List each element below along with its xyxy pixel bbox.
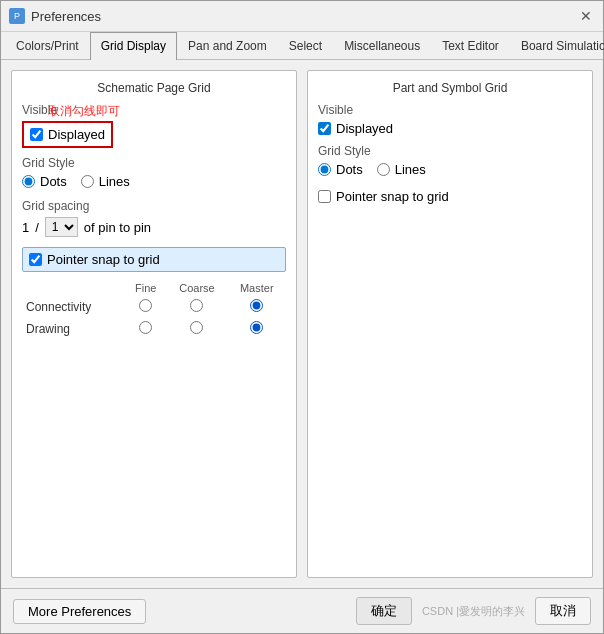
drawing-row: Drawing bbox=[22, 318, 286, 340]
part-displayed-label: Displayed bbox=[336, 121, 393, 136]
spacing-slash: / bbox=[35, 220, 39, 235]
schematic-dots-radio-row: Dots bbox=[22, 174, 67, 189]
drawing-row-label: Drawing bbox=[22, 318, 125, 340]
part-panel-title: Part and Symbol Grid bbox=[318, 81, 582, 95]
draw-fine-radio[interactable] bbox=[139, 321, 152, 334]
schematic-grid-panel: Schematic Page Grid Visible 取消勾线即可 Displ… bbox=[11, 70, 297, 578]
conn-header-fine: Fine bbox=[125, 280, 166, 296]
cancel-button[interactable]: 取消 bbox=[535, 597, 591, 625]
title-bar-left: P Preferences bbox=[9, 8, 101, 24]
watermark-text: CSDN |愛发明的李兴 bbox=[422, 604, 525, 619]
schematic-pointer-snap-label: Pointer snap to grid bbox=[47, 252, 160, 267]
schematic-grid-spacing-row: 1 / 1 2 4 of pin to pin bbox=[22, 217, 286, 237]
part-symbol-grid-panel: Part and Symbol Grid Visible Displayed G… bbox=[307, 70, 593, 578]
schematic-panel-title: Schematic Page Grid bbox=[22, 81, 286, 95]
connectivity-row: Connectivity bbox=[22, 296, 286, 318]
schematic-pointer-snap-checkbox[interactable] bbox=[29, 253, 42, 266]
part-pointer-snap-row: Pointer snap to grid bbox=[318, 189, 582, 204]
footer-left: More Preferences bbox=[13, 599, 146, 624]
schematic-grid-spacing-label: Grid spacing bbox=[22, 199, 286, 213]
ok-button[interactable]: 确定 bbox=[356, 597, 412, 625]
conn-header-coarse: Coarse bbox=[166, 280, 227, 296]
part-pointer-snap-label: Pointer snap to grid bbox=[336, 189, 449, 204]
part-grid-style-row: Dots Lines bbox=[318, 162, 582, 177]
tab-grid-display[interactable]: Grid Display bbox=[90, 32, 177, 60]
preferences-window: P Preferences ✕ Colors/Print Grid Displa… bbox=[0, 0, 604, 634]
more-preferences-button[interactable]: More Preferences bbox=[13, 599, 146, 624]
window-title: Preferences bbox=[31, 9, 101, 24]
displayed-checkbox-highlighted: Displayed bbox=[22, 121, 113, 148]
connectivity-row-label: Connectivity bbox=[22, 296, 125, 318]
part-grid-style-label: Grid Style bbox=[318, 144, 582, 158]
part-dots-radio[interactable] bbox=[318, 163, 331, 176]
schematic-lines-radio-row: Lines bbox=[81, 174, 130, 189]
schematic-dots-label: Dots bbox=[40, 174, 67, 189]
part-pointer-snap-checkbox[interactable] bbox=[318, 190, 331, 203]
draw-master-radio[interactable] bbox=[250, 321, 263, 334]
part-dots-label: Dots bbox=[336, 162, 363, 177]
schematic-displayed-checkbox[interactable] bbox=[30, 128, 43, 141]
tab-misc[interactable]: Miscellaneous bbox=[333, 32, 431, 59]
schematic-lines-radio[interactable] bbox=[81, 175, 94, 188]
schematic-pointer-snap-row: Pointer snap to grid bbox=[22, 247, 286, 272]
draw-coarse-radio[interactable] bbox=[190, 321, 203, 334]
footer-right: 确定 CSDN |愛发明的李兴 取消 bbox=[356, 597, 591, 625]
part-lines-label: Lines bbox=[395, 162, 426, 177]
close-button[interactable]: ✕ bbox=[577, 7, 595, 25]
conn-fine-radio[interactable] bbox=[139, 299, 152, 312]
part-dots-radio-row: Dots bbox=[318, 162, 363, 177]
conn-coarse-radio[interactable] bbox=[190, 299, 203, 312]
schematic-dots-radio[interactable] bbox=[22, 175, 35, 188]
spacing-denominator-select[interactable]: 1 2 4 bbox=[45, 217, 78, 237]
app-icon: P bbox=[9, 8, 25, 24]
part-lines-radio-row: Lines bbox=[377, 162, 426, 177]
tab-text-editor[interactable]: Text Editor bbox=[431, 32, 510, 59]
conn-header-empty bbox=[22, 280, 125, 296]
tab-bar: Colors/Print Grid Display Pan and Zoom S… bbox=[1, 32, 603, 60]
schematic-grid-style-label: Grid Style bbox=[22, 156, 286, 170]
schematic-grid-style-row: Dots Lines bbox=[22, 174, 286, 189]
tab-colors-print[interactable]: Colors/Print bbox=[5, 32, 90, 59]
conn-master-radio[interactable] bbox=[250, 299, 263, 312]
annotation-text: 取消勾线即可 bbox=[48, 103, 120, 120]
conn-header-master: Master bbox=[227, 280, 286, 296]
tab-board[interactable]: Board Simulation bbox=[510, 32, 604, 59]
part-visible-label: Visible bbox=[318, 103, 582, 117]
spacing-of-pin-label: of pin to pin bbox=[84, 220, 151, 235]
title-bar: P Preferences ✕ bbox=[1, 1, 603, 32]
connectivity-table: Fine Coarse Master Connectivity Drawing bbox=[22, 280, 286, 340]
main-content: Schematic Page Grid Visible 取消勾线即可 Displ… bbox=[1, 60, 603, 588]
schematic-lines-label: Lines bbox=[99, 174, 130, 189]
tab-select[interactable]: Select bbox=[278, 32, 333, 59]
spacing-numerator: 1 bbox=[22, 220, 29, 235]
part-displayed-checkbox[interactable] bbox=[318, 122, 331, 135]
schematic-displayed-label: Displayed bbox=[48, 127, 105, 142]
part-lines-radio[interactable] bbox=[377, 163, 390, 176]
part-displayed-row: Displayed bbox=[318, 121, 582, 136]
footer: More Preferences 确定 CSDN |愛发明的李兴 取消 bbox=[1, 588, 603, 633]
tab-pan-zoom[interactable]: Pan and Zoom bbox=[177, 32, 278, 59]
